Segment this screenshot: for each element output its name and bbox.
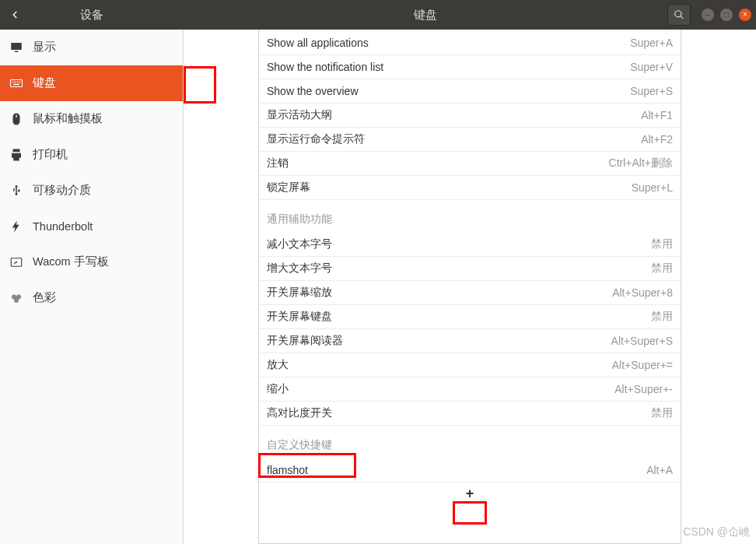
shortcut-key: Alt+F1	[641, 109, 673, 121]
titlebar-left: 设备	[0, 0, 184, 30]
sidebar-item-keyboard[interactable]: 键盘	[0, 65, 183, 101]
shortcut-label: flamshot	[267, 464, 308, 476]
shortcut-label: 开关屏幕键盘	[267, 310, 332, 324]
add-shortcut-button[interactable]: +	[259, 483, 681, 504]
search-icon	[674, 9, 684, 20]
sidebar: 显示 键盘 鼠标和触摸板 打印机 可移动介质 Thunderbolt Wacom…	[0, 30, 184, 544]
panel-title: 设备	[30, 8, 184, 23]
usb-icon	[9, 184, 23, 198]
close-button[interactable]: ×	[739, 9, 751, 21]
shortcut-key: Alt+Super+8	[612, 286, 673, 299]
system-row[interactable]: 锁定屏幕Super+L	[259, 176, 681, 200]
shortcut-label: 开关屏幕阅读器	[267, 334, 343, 348]
minimize-button[interactable]: –	[702, 9, 714, 21]
sidebar-item-label: 键盘	[33, 75, 56, 90]
shortcut-key: Super+L	[632, 181, 673, 194]
window-controls: – □ ×	[702, 9, 751, 21]
shortcut-key: 禁用	[651, 237, 673, 251]
a11y-row[interactable]: 开关屏幕阅读器Alt+Super+S	[259, 329, 681, 353]
shortcut-key: 禁用	[651, 406, 673, 420]
shortcut-label: Show all applications	[267, 37, 369, 49]
svg-rect-3	[17, 81, 19, 82]
sidebar-item-removable[interactable]: 可移动介质	[0, 173, 183, 209]
titlebar: 设备 键盘 – □ ×	[0, 0, 756, 30]
maximize-button[interactable]: □	[720, 9, 733, 21]
shortcut-label: Show the overview	[267, 85, 359, 97]
section-a11y: 通用辅助功能	[259, 200, 681, 233]
a11y-row[interactable]: 放大Alt+Super+=	[259, 353, 681, 377]
shortcut-key: Alt+A	[646, 464, 673, 476]
sidebar-item-color[interactable]: 色彩	[0, 280, 183, 316]
sidebar-item-display[interactable]: 显示	[0, 30, 183, 65]
system-row[interactable]: Show the notification listSuper+V	[259, 55, 681, 79]
sidebar-item-wacom[interactable]: Wacom 手写板	[0, 244, 183, 280]
shortcut-key: Super+S	[630, 85, 673, 97]
search-button[interactable]	[667, 4, 691, 26]
sidebar-item-label: 可移动介质	[33, 183, 91, 198]
display-icon	[9, 40, 23, 54]
shortcut-label: 增大文本字号	[267, 261, 332, 276]
svg-rect-1	[12, 81, 14, 82]
svg-rect-5	[13, 83, 19, 85]
page-title: 键盘	[184, 8, 667, 23]
shortcut-key: Alt+Super+=	[612, 359, 673, 371]
printer-icon	[9, 148, 23, 162]
shortcut-key: 禁用	[651, 261, 673, 276]
sidebar-item-printer[interactable]: 打印机	[0, 137, 183, 173]
custom-row[interactable]: flamshotAlt+A	[259, 458, 681, 483]
svg-rect-0	[11, 79, 23, 86]
shortcut-label: 锁定屏幕	[267, 181, 310, 195]
shortcut-key: Alt+F2	[641, 133, 673, 146]
shortcut-key: Super+A	[630, 37, 673, 49]
sidebar-item-label: 打印机	[33, 147, 68, 162]
shortcut-label: 开关屏幕缩放	[267, 286, 332, 300]
system-row[interactable]: Show the overviewSuper+S	[259, 79, 681, 104]
keyboard-icon	[9, 76, 23, 90]
titlebar-right: – □ ×	[667, 0, 756, 30]
main-panel: Restore the keyboard shortcutsSuper+EscS…	[184, 30, 756, 544]
shortcut-label: 放大	[267, 358, 289, 372]
a11y-row[interactable]: 缩小Alt+Super+-	[259, 377, 681, 402]
a11y-row[interactable]: 增大文本字号禁用	[259, 257, 681, 281]
color-icon	[9, 291, 23, 305]
a11y-row[interactable]: 高对比度开关禁用	[259, 402, 681, 426]
mouse-icon	[9, 112, 23, 126]
sidebar-item-label: Wacom 手写板	[33, 254, 109, 269]
watermark: CSDN @仚嶢	[683, 525, 750, 539]
a11y-row[interactable]: 开关屏幕键盘禁用	[259, 305, 681, 329]
svg-point-9	[14, 298, 19, 303]
content-area: 显示 键盘 鼠标和触摸板 打印机 可移动介质 Thunderbolt Wacom…	[0, 30, 756, 544]
a11y-row[interactable]: 减小文本字号禁用	[259, 233, 681, 257]
plus-icon: +	[466, 486, 474, 502]
svg-rect-4	[19, 81, 21, 82]
sidebar-item-thunderbolt[interactable]: Thunderbolt	[0, 209, 183, 244]
shortcut-label: 减小文本字号	[267, 237, 332, 251]
system-row[interactable]: 注销Ctrl+Alt+删除	[259, 152, 681, 176]
shortcut-label: 注销	[267, 156, 289, 170]
shortcut-label: 高对比度开关	[267, 406, 332, 420]
tablet-icon	[9, 255, 23, 269]
shortcut-label: 显示活动大纲	[267, 108, 332, 122]
system-row[interactable]: Show all applicationsSuper+A	[259, 31, 681, 55]
sidebar-item-label: 显示	[33, 40, 56, 54]
sidebar-item-label: 鼠标和触摸板	[33, 111, 103, 126]
shortcut-key: Alt+Super+-	[614, 383, 673, 395]
shortcut-label: 缩小	[267, 382, 289, 396]
a11y-row[interactable]: 开关屏幕缩放Alt+Super+8	[259, 281, 681, 305]
shortcut-key: 禁用	[651, 310, 673, 324]
system-row[interactable]: 显示运行命令提示符Alt+F2	[259, 128, 681, 152]
shortcut-key: Alt+Super+S	[611, 335, 673, 347]
shortcuts-list[interactable]: Restore the keyboard shortcutsSuper+EscS…	[258, 30, 681, 544]
system-row[interactable]: 显示活动大纲Alt+F1	[259, 104, 681, 128]
thunderbolt-icon	[9, 219, 23, 233]
shortcut-label: 显示运行命令提示符	[267, 132, 365, 146]
shortcut-label: Show the notification list	[267, 61, 383, 73]
sidebar-item-label: Thunderbolt	[33, 220, 93, 233]
section-custom: 自定义快捷键	[259, 426, 681, 458]
shortcut-key: Ctrl+Alt+删除	[609, 156, 673, 170]
back-button[interactable]	[0, 0, 30, 30]
sidebar-item-label: 色彩	[33, 290, 56, 305]
svg-rect-2	[15, 81, 16, 82]
sidebar-item-mouse[interactable]: 鼠标和触摸板	[0, 101, 183, 137]
shortcut-key: Super+V	[630, 61, 673, 73]
